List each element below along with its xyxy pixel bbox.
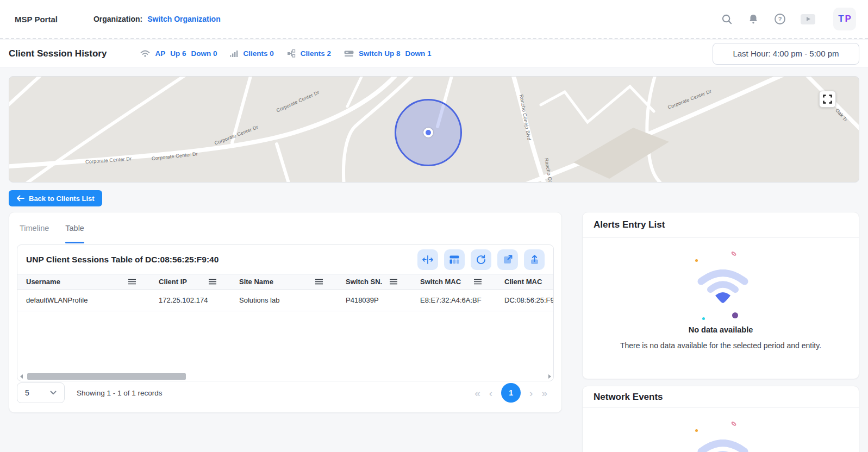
switch-organization-link[interactable]: Switch Organization — [147, 15, 221, 23]
no-data-wifi-illustration — [666, 241, 775, 325]
wired-clients-count: Clients 2 — [301, 49, 331, 58]
resize-columns-button[interactable] — [417, 249, 438, 270]
cell-switch-mac: E8:E7:32:A4:6A:BF — [411, 296, 496, 304]
events-panel-title: Network Events — [594, 392, 663, 403]
tab-timeline[interactable]: Timeline — [20, 212, 49, 243]
scrollbar-track[interactable] — [25, 372, 546, 381]
export-icon — [529, 254, 540, 265]
scroll-left-arrow[interactable] — [17, 372, 25, 381]
table-header-row: Username Client IP Site Name Switch SN. … — [17, 274, 553, 290]
help-icon[interactable]: ? — [774, 13, 786, 25]
network-events-panel: Network Events — [582, 386, 859, 452]
current-page-button[interactable]: 1 — [501, 383, 521, 403]
column-header-switch-sn[interactable]: Switch SN. — [337, 274, 411, 289]
pagination: « ‹ 1 › » — [474, 383, 554, 403]
scroll-right-arrow[interactable] — [546, 372, 553, 381]
no-data-title: No data available — [583, 325, 859, 334]
column-menu-icon[interactable] — [128, 279, 136, 285]
map-fullscreen-button[interactable] — [819, 91, 836, 108]
back-to-clients-list-button[interactable]: Back to Clients List — [9, 190, 102, 206]
column-menu-icon[interactable] — [315, 279, 323, 285]
scrollbar-thumb[interactable] — [27, 373, 186, 380]
column-header-switch-mac[interactable]: Switch MAC — [411, 274, 496, 289]
previous-page-button[interactable]: ‹ — [489, 388, 492, 398]
no-data-message: There is no data available for the selec… — [583, 341, 859, 350]
wifi-icon — [696, 440, 750, 452]
wifi-icon — [696, 269, 750, 303]
confetti-pink-ring — [730, 421, 737, 427]
cell-username: defaultWLANProfile — [17, 296, 150, 304]
brand-title: MSP Portal — [15, 15, 58, 24]
alerts-empty-state: No data available There is no data avail… — [583, 241, 859, 350]
notifications-bell-icon[interactable] — [747, 13, 759, 25]
cell-site-name: Solutions lab — [230, 296, 337, 304]
tab-table[interactable]: Table — [65, 212, 84, 243]
first-page-button[interactable]: « — [474, 388, 480, 398]
network-status-summary: AP Up 6 Down 0 Clients 0 Clients 2 Switc… — [140, 49, 431, 58]
table-row[interactable]: defaultWLANProfile 172.25.102.174 Soluti… — [17, 290, 553, 311]
column-menu-icon[interactable] — [474, 279, 482, 285]
top-header: MSP Portal Organization: Switch Organiza… — [0, 0, 868, 39]
confetti-orange-dot — [695, 429, 698, 432]
alerts-panel-title: Alerts Entry List — [594, 219, 665, 230]
tutorial-play-icon[interactable] — [801, 14, 815, 24]
column-menu-icon[interactable] — [390, 279, 397, 285]
manage-columns-button[interactable] — [444, 249, 465, 270]
time-range-picker[interactable]: Last Hour: 4:00 pm - 5:00 pm — [713, 43, 859, 65]
column-header-username[interactable]: Username — [17, 274, 150, 289]
table-footer: 5 Showing 1 - 1 of 1 records « ‹ 1 › » — [17, 382, 554, 404]
export-button[interactable] — [524, 249, 545, 270]
sessions-panel: Timeline Table UNP Client Sessions Table… — [9, 212, 562, 413]
records-summary: Showing 1 - 1 of 1 records — [77, 389, 163, 397]
page-size-value: 5 — [25, 388, 29, 397]
column-menu-icon[interactable] — [209, 279, 216, 285]
search-icon[interactable] — [721, 13, 733, 25]
ap-up-count: Up 6 — [170, 49, 186, 58]
sessions-table-container: UNP Client Sessions Table of DC:08:56:25… — [17, 244, 554, 381]
column-header-client-mac[interactable]: Client MAC — [496, 274, 553, 289]
cell-client-ip: 172.25.102.174 — [150, 296, 230, 304]
signal-bars-icon — [230, 50, 238, 57]
last-page-button[interactable]: » — [541, 388, 547, 398]
header-icons: ? T P — [721, 8, 856, 30]
arrow-left-icon — [16, 195, 24, 202]
organization-label: Organization: — [93, 15, 142, 23]
switch-down-count: Down 1 — [405, 49, 432, 58]
next-page-button[interactable]: › — [529, 388, 533, 398]
client-session-history-page: { "header": { "brand": "MSP Portal", "or… — [0, 0, 868, 452]
ap-wifi-icon — [140, 50, 150, 58]
confetti-pink-ring — [730, 251, 737, 257]
column-header-site-name[interactable]: Site Name — [230, 274, 337, 289]
topology-icon — [287, 49, 296, 58]
switch-up-count: Switch Up 8 — [359, 49, 401, 58]
page-size-select[interactable]: 5 — [17, 382, 65, 403]
user-avatar[interactable]: T P — [833, 8, 856, 30]
horizontal-scrollbar[interactable] — [17, 372, 553, 381]
page-title: Client Session History — [9, 48, 107, 59]
avatar-initial-p: P — [845, 14, 851, 24]
sessions-table-title: UNP Client Sessions Table of DC:08:56:25… — [26, 255, 218, 265]
avatar-initial-t: T — [838, 14, 844, 24]
svg-text:?: ? — [778, 16, 782, 22]
wlan-clients-count: Clients 0 — [243, 49, 273, 58]
refresh-icon — [476, 254, 486, 265]
page-bar: Client Session History AP Up 6 Down 0 Cl… — [0, 40, 868, 67]
table-toolbar — [417, 249, 545, 270]
events-empty-state — [583, 411, 859, 452]
confetti-orange-dot — [695, 259, 698, 262]
ap-label: AP — [155, 49, 165, 58]
view-tabs: Timeline Table — [9, 212, 561, 243]
alerts-entry-list-panel: Alerts Entry List No data available Ther… — [582, 212, 859, 379]
site-map[interactable]: Corporate Center Dr Corporate Center Dr … — [9, 76, 859, 183]
ap-down-count: Down 0 — [191, 49, 217, 58]
confetti-purple-dot — [732, 312, 738, 318]
column-header-client-ip[interactable]: Client IP — [150, 274, 230, 289]
map-building-footprint — [573, 128, 669, 179]
site-location-dot — [423, 128, 433, 137]
no-data-wifi-illustration — [666, 411, 775, 452]
external-link-icon — [503, 254, 513, 265]
site-location-marker[interactable] — [395, 99, 462, 166]
open-in-new-button[interactable] — [497, 249, 518, 270]
cell-switch-sn: P418039P — [337, 296, 411, 304]
refresh-button[interactable] — [471, 249, 491, 270]
